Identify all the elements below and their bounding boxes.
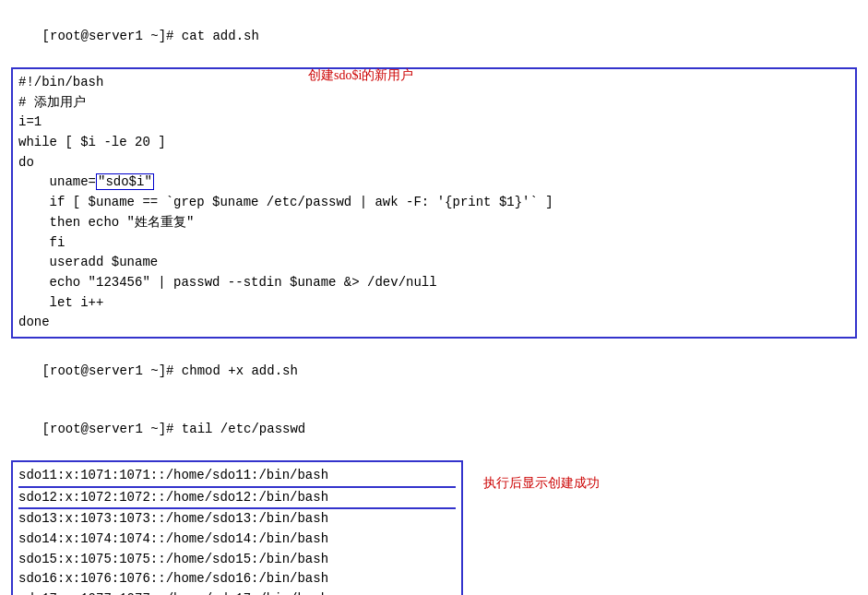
passwd-box: 执行后显示创建成功 sdo11:x:1071:1071::/home/sdo11… [11, 460, 463, 595]
shebang-line: #!/bin/bash [18, 73, 850, 93]
script-box: 创建sdo$i的新用户 #!/bin/bash # 添加用户 i=1 while… [11, 67, 857, 339]
uname-value: "sdo$i" [96, 173, 154, 190]
then-line: then echo "姓名重复" [18, 213, 850, 233]
passwd-line-6: sdo16:x:1076:1076::/home/sdo16:/bin/bash [18, 569, 456, 589]
fi-line: fi [18, 233, 850, 254]
passwd-line-7: sdo17:x:1077:1077::/home/sdo17:/bin/bash [18, 589, 456, 595]
cmd-tail: [root@server1 ~]# tail /etc/passwd [11, 400, 857, 458]
terminal-area: [root@server1 ~]# cat add.sh 创建sdo$i的新用户… [11, 7, 857, 595]
while-line: while [ $i -le 20 ] [18, 133, 850, 153]
passwd-line: echo "123456" | passwd --stdin $uname &>… [18, 273, 850, 293]
cmd-chmod: [root@server1 ~]# chmod +x add.sh [11, 342, 857, 400]
passwd-line-1: sdo11:x:1071:1071::/home/sdo11:/bin/bash [18, 466, 456, 488]
if-line: if [ $uname == `grep $uname /etc/passwd … [18, 193, 850, 213]
uname-line: uname="sdo$i" [18, 173, 850, 193]
annotation-top: 创建sdo$i的新用户 [308, 67, 413, 84]
annotation-bottom: 执行后显示创建成功 [483, 475, 600, 492]
cmd-cat: [root@server1 ~]# cat add.sh [11, 7, 857, 65]
passwd-line-5: sdo15:x:1075:1075::/home/sdo15:/bin/bash [18, 550, 456, 570]
i-init-line: i=1 [18, 113, 850, 133]
done-line: done [18, 313, 850, 333]
useradd-line: useradd $uname [18, 253, 850, 273]
passwd-line-4: sdo14:x:1074:1074::/home/sdo14:/bin/bash [18, 530, 456, 550]
comment-line: # 添加用户 [18, 93, 850, 113]
passwd-line-2: sdo12:x:1072:1072::/home/sdo12:/bin/bash [18, 488, 456, 510]
passwd-line-3: sdo13:x:1073:1073::/home/sdo13:/bin/bash [18, 509, 456, 530]
do-line: do [18, 153, 850, 173]
let-line: let i++ [18, 293, 850, 314]
